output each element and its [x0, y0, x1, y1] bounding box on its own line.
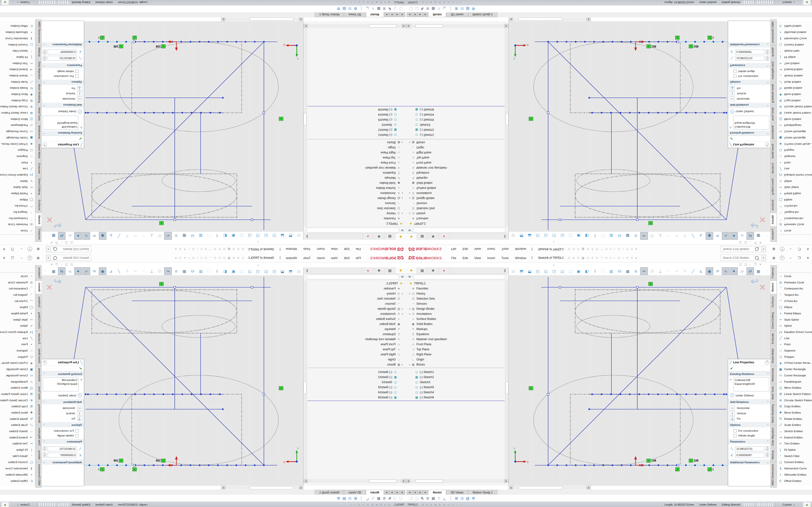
option-checkbox-row[interactable]: For construction: [729, 74, 769, 79]
panel-expand-icon[interactable]: ❯: [501, 267, 508, 274]
sketch-tool-button[interactable]: ⌒ Centerpoint Arc: [777, 285, 812, 292]
sketch-tool-button[interactable]: ▪ Point: [0, 341, 35, 348]
commandmanager-tab[interactable]: Features: [35, 265, 42, 280]
expand-arrow-icon[interactable]: ▸: [408, 142, 411, 144]
tree-item[interactable]: ◼ Solid Bodies: [406, 321, 505, 326]
menu-item[interactable]: View: [328, 246, 341, 252]
toolbar-icon[interactable]: ╱: [115, 267, 123, 275]
sketch-tool-button[interactable]: ∷ Segment: [0, 153, 35, 160]
tree-item[interactable]: ▸ ◷ History: [406, 211, 505, 216]
spin-down-icon[interactable]: ▼: [43, 50, 46, 52]
spinner[interactable]: ▲▼: [43, 50, 46, 55]
relation-entry[interactable]: Equal length109: [735, 121, 768, 125]
sketch-tool-button[interactable]: ▭ Corner Rectangle: [0, 372, 35, 379]
toolbar-icon[interactable]: ▦: [50, 232, 57, 240]
sketch-tool-button[interactable]: ⌊ Fit Spline: [0, 447, 35, 453]
commandmanager-tab[interactable]: Features: [770, 265, 777, 280]
display-tool-icon[interactable]: ◷: [460, 6, 463, 11]
toolbar-icon[interactable]: ⊾: [698, 267, 705, 275]
toolbar-icon[interactable]: ▦: [624, 232, 631, 240]
expand-arrow-icon[interactable]: ▸: [408, 213, 411, 215]
toolbar-icon[interactable]: ◰: [270, 267, 278, 275]
sketch-tool-button[interactable]: ◗ Silhouette Entities: [0, 29, 35, 36]
scrollbar-thumb[interactable]: [416, 480, 443, 483]
status-units-dropdown[interactable]: Custom ▴: [775, 503, 802, 507]
tab-scroll-icon[interactable]: ◀: [407, 12, 412, 17]
sketch-tool-button[interactable]: ⊏ Offset Entities: [0, 478, 35, 484]
sketch-tool-button[interactable]: ⤢ Scale Entities: [777, 422, 812, 428]
toolbar-icon[interactable]: ▱: [738, 232, 746, 240]
display-tool-icon[interactable]: ⇅: [438, 6, 441, 11]
commandmanager-tab[interactable]: Sheet Metal: [35, 142, 42, 161]
sketch-tool-button[interactable]: ▱ Parallelogram: [0, 379, 35, 385]
quick-access-icon[interactable]: ○: [197, 247, 198, 251]
sketch-tool-button[interactable]: ⧉ Copy Entities: [0, 403, 35, 409]
sketch-tool-button[interactable]: ◈ 3 Point Center Recta...: [0, 141, 35, 147]
add-relation-button[interactable]: ❘ Vertical: [43, 411, 83, 416]
tree-item[interactable]: ★ Favorites: [307, 286, 406, 291]
quick-access-icon[interactable]: ≋: [572, 247, 575, 251]
tree-item[interactable]: ▱ Right Plane: [406, 352, 505, 357]
menu-item[interactable]: Tools: [300, 246, 314, 252]
ok-check-icon[interactable]: ✔: [79, 136, 82, 141]
commandmanager-tab[interactable]: Mesh Modeling: [35, 82, 42, 105]
search-icon[interactable]: [755, 247, 759, 251]
graphics-horizontal-scrollbar[interactable]: ◀ ▶: [509, 486, 591, 489]
toolbar-icon[interactable]: ◱: [542, 267, 550, 275]
display-tool-icon[interactable]: ✎: [388, 6, 392, 11]
expand-arrow-icon[interactable]: ▸: [401, 197, 404, 200]
equal-relation-badge[interactable]: =: [279, 117, 283, 121]
graphics-horizontal-scrollbar[interactable]: ◀ ▶: [221, 18, 303, 21]
toolbar-icon[interactable]: 🖵: [205, 267, 213, 275]
spin-up-icon[interactable]: ▲: [43, 446, 46, 449]
search-dropdown-icon[interactable]: ▾: [46, 246, 50, 252]
quick-access-icon[interactable]: ≋: [572, 256, 575, 260]
sketch-tool-button[interactable]: ⊞ Linear Sketch Pattern: [0, 391, 35, 397]
commandmanager-tab[interactable]: Mesh Modeling: [770, 82, 777, 105]
rollback-bar[interactable]: [307, 106, 406, 107]
sketch-tool-button[interactable]: ↔ Stretch Entities: [0, 428, 35, 434]
add-relation-button[interactable]: — Horizontal: [43, 96, 83, 102]
commandmanager-tab[interactable]: Evaluate: [770, 331, 777, 346]
equal-relation-badge[interactable]: = 109: [156, 44, 165, 48]
sketch-tool-button[interactable]: ▢ Convert Entities: [777, 42, 812, 48]
sketch-tool-button[interactable]: ◎ Perimeter Circle: [0, 279, 35, 286]
toolbar-icon[interactable]: ⧅: [632, 267, 640, 275]
tree-sketch-item[interactable]: ▦ (-) Sketch6: [307, 107, 406, 112]
toolbar-icon[interactable]: ⬓: [278, 232, 286, 240]
close-button[interactable]: ✕: [1, 247, 7, 251]
document-window-control-icon[interactable]: ❐: [754, 241, 756, 244]
commandmanager-tab[interactable]: Mold Tools: [35, 105, 42, 123]
tab-scroll-icon[interactable]: ◀: [412, 490, 417, 495]
tree-sketch-item[interactable]: ▦ (-) Sketch6: [307, 395, 406, 400]
sketch-tool-button[interactable]: ⌒ Centerpoint Arc: [777, 215, 812, 222]
toolbar-icon[interactable]: ◉: [99, 267, 107, 275]
document-window-control-icon[interactable]: ❏: [744, 263, 747, 266]
resource-monitor-icon[interactable]: ◈: [803, 502, 811, 507]
quick-access-icon[interactable]: ⊙: [577, 247, 579, 251]
collapse-icon[interactable]: ⌃: [43, 424, 45, 426]
section-parameters[interactable]: Parameters ⌃: [41, 439, 84, 444]
sketch-tool-button[interactable]: ◠ 3 Point Arc: [777, 203, 812, 209]
display-tool-icon[interactable]: ⇅: [371, 496, 374, 501]
search-input[interactable]: [58, 256, 90, 260]
toolbar-icon[interactable]: ⬓: [526, 232, 534, 240]
commandmanager-tab[interactable]: Sketch: [770, 281, 777, 294]
sketch-tool-button[interactable]: ⌊ Fit Spline: [777, 447, 812, 453]
quick-access-icon[interactable]: ⊙: [214, 256, 216, 260]
display-tool-icon[interactable]: ❏: [400, 6, 403, 11]
tree-item[interactable]: ▸ A Annotations: [307, 311, 406, 316]
sketch-tool-button[interactable]: ╱ Line: [777, 335, 812, 341]
document-window-control-icon[interactable]: ❏: [744, 241, 747, 244]
quick-access-icon[interactable]: ◠: [600, 256, 603, 260]
relation-entry[interactable]: Collinear108: [735, 378, 768, 382]
document-window-control-icon[interactable]: ✕: [51, 241, 53, 244]
toolbar-icon[interactable]: 🖵: [205, 232, 213, 240]
display-tool-icon[interactable]: ❏: [394, 496, 397, 501]
expand-arrow-icon[interactable]: ▸: [401, 213, 404, 215]
sketch-tool-button[interactable]: ⇥ Extend Entities: [0, 66, 35, 73]
expand-arrow-icon[interactable]: ▸: [401, 292, 404, 295]
toolbar-icon[interactable]: ▣: [230, 232, 237, 240]
tree-item[interactable]: ◗ Surface Bodies: [307, 316, 406, 321]
commandmanager-tab[interactable]: Mold Tools: [770, 105, 777, 123]
